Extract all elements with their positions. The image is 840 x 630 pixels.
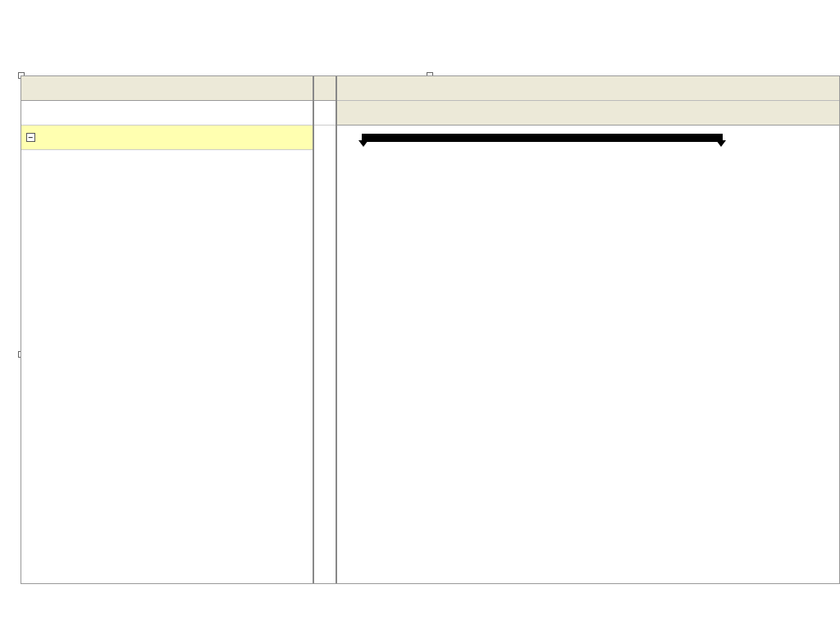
duration-column	[314, 76, 337, 583]
gantt-app: −	[21, 75, 840, 584]
gantt-chart[interactable]	[337, 76, 839, 583]
task-column: −	[21, 76, 314, 583]
task-column-header[interactable]	[21, 76, 313, 101]
gantt-body[interactable]	[337, 126, 839, 583]
timeline-header	[337, 76, 839, 126]
task-list: −	[21, 126, 313, 150]
summary-bar[interactable]	[362, 134, 723, 142]
task-group-row[interactable]: −	[21, 126, 313, 150]
slide-title	[0, 0, 840, 23]
duration-column-header[interactable]	[314, 76, 336, 101]
collapse-icon[interactable]: −	[26, 133, 35, 142]
